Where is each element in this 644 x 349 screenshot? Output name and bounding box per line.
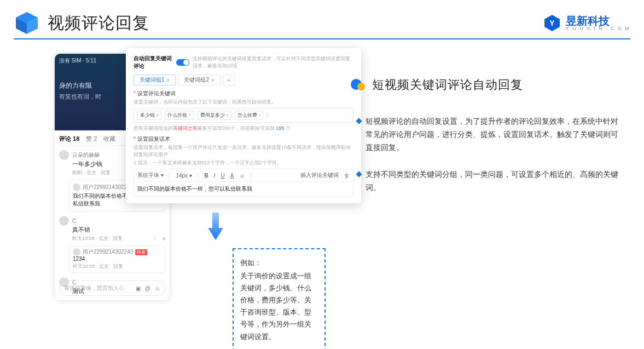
reply-user-id: 用户2299214302243 (83, 248, 133, 256)
keywords-input[interactable]: 多少钱× 什么价格× 费用是多少× 怎么收费× | (134, 108, 353, 123)
field-label-keywords: 设置评论关键词 (134, 90, 353, 98)
emoji-icon[interactable]: ☺ (155, 285, 160, 291)
reply-editor[interactable]: 我们不同的版本价格不一样，您可以私信联系我 (134, 182, 353, 197)
page-header: 视频评论回复 Y 昱新科技 Y U U X I N . C O M (14, 11, 630, 35)
example-body: 关于询价的设置成一组关键词，多少钱、什么价格，费用多少等。关于咨询班型、版本、型… (240, 270, 318, 343)
bullet-item: 支持不同类型的关键词分组，同一类问题，可设置多个相近的、高频的关键词。 (357, 168, 622, 194)
section-heading: 短视频关键词评论自动回复 (350, 77, 523, 93)
chat-bubble-icon (350, 77, 365, 93)
comment-item: C 真不错 昨天10:08 · 北京 回复 ♡♥ 用户2299214302243… (59, 216, 165, 273)
avatar (73, 184, 80, 191)
size-select[interactable]: 14px ▾ (176, 173, 192, 179)
panel-desc: 支持根据评论的关键词设置回复话术，可以针对不同类型关键词设置回复话术，最多添加1… (193, 55, 353, 70)
comment-body: 真不错 (72, 226, 165, 234)
comment-input-bar[interactable]: 善语结善缘，恶言伤人心 ▣ @ ☺ (59, 281, 165, 296)
header-divider (14, 38, 630, 39)
keyword-group-tab-1[interactable]: 关键词组1× (134, 75, 176, 85)
panel-title: 自动回复关键词评论 (134, 55, 173, 70)
screenshot-composite: 没有 SIM · 5:11 身的力有限 有笑也有泪，时 评论 18 赞 2 收藏… (55, 54, 334, 310)
comment-meta: 昨天10:08 · 北京 (72, 235, 108, 242)
field-hint-reply-2: 1 提示：一个富文本框最多支持512个字符，一个汉字占用2个字符。 (134, 159, 353, 167)
avatar (59, 216, 69, 226)
reply-link[interactable]: 回复 (113, 263, 123, 270)
like-icon[interactable]: ♡ (153, 236, 157, 242)
diamond-icon (356, 118, 362, 124)
image-icon[interactable]: ▣ (136, 285, 141, 291)
page-title: 视频评论回复 (48, 12, 149, 35)
comment-meta: 刚刚 · 北京 (72, 169, 96, 176)
svg-text:Y: Y (549, 19, 555, 27)
insert-keyword-button[interactable]: 插入评论关键词 (300, 171, 339, 179)
field-label-reply: 设置回复话术 (134, 135, 353, 143)
reply-body: 1234 (73, 256, 161, 262)
avatar (59, 150, 69, 160)
italic-icon[interactable]: I (214, 173, 216, 179)
delete-icon[interactable]: 🗑 (344, 173, 350, 179)
add-group-tab[interactable]: + (223, 75, 235, 85)
comment-username: C (72, 218, 76, 224)
keyword-chip[interactable]: 什么价格× (165, 111, 194, 120)
bullet-text: 支持不同类型的关键词分组，同一类问题，可设置多个相近的、高频的关键词。 (365, 168, 622, 194)
dislike-icon[interactable]: ♥ (163, 236, 165, 242)
keyword-group-tab-2[interactable]: 关键词组2× (178, 75, 220, 85)
brand-domain: Y U U X I N . C O M (566, 26, 630, 31)
author-badge: 作者 (135, 249, 147, 255)
keyword-settings-panel: 自动回复关键词评论 支持根据评论的关键词设置回复话术，可以针对不同类型关键词设置… (126, 48, 361, 203)
avatar (73, 248, 80, 256)
brand-hex-icon: Y (543, 14, 561, 32)
keyword-chip[interactable]: 多少钱× (137, 111, 161, 120)
reply-link[interactable]: 回复 (113, 235, 123, 242)
bullet-text: 短视频评论的自动回复设置，为了提升作者的评论回复效率，在系统中针对常见的评论用户… (365, 115, 622, 154)
auto-reply-bubble: 用户2299214302243 作者 1234 昨天10:08 · 北京 回复 (69, 245, 165, 273)
comment-meta: 昨天10:08 · 北京 (73, 263, 109, 270)
enable-toggle[interactable] (176, 59, 189, 66)
header-left: 视频评论回复 (14, 11, 149, 35)
font-select[interactable]: 系统字体 ▾ (137, 171, 164, 179)
bullet-item: 短视频评论的自动回复设置，为了提升作者的评论回复效率，在系统中针对常见的评论用户… (357, 115, 622, 154)
reply-link[interactable]: 回复 (101, 169, 111, 176)
at-icon[interactable]: @ (145, 285, 150, 291)
example-callout: 例如： 关于询价的设置成一组关键词，多少钱、什么价格，费用多少等。关于咨询班型、… (233, 248, 326, 349)
tab-likes[interactable]: 赞 2 (86, 135, 97, 143)
cube-icon (14, 11, 40, 35)
field-hint-reply: 设置回复话术，每回复一个用户评论只发送一条话术。最多支持设置10条不同话术，按添… (134, 144, 353, 158)
tab-comments[interactable]: 评论 18 (59, 135, 79, 143)
brand-logo: Y 昱新科技 Y U U X I N . C O M (543, 14, 630, 32)
tab-fav[interactable]: 收藏 (103, 135, 115, 143)
bullets-list: 短视频评论的自动回复设置，为了提升作者的评论回复效率，在系统中针对常见的评论用户… (357, 115, 622, 194)
comment-input-placeholder: 善语结善缘，恶言伤人心 (64, 284, 131, 292)
bold-icon[interactable]: B (204, 173, 208, 179)
diamond-icon (356, 171, 362, 178)
svg-point-6 (357, 83, 365, 90)
editor-toolbar: 系统字体 ▾ | 14px ▾ | B I U A ☺ | 插入评论关键词 🗑 (134, 169, 353, 182)
section-title: 短视频关键词评论自动回复 (372, 77, 523, 93)
keyword-chip[interactable]: 费用是多少× (198, 111, 231, 120)
comment-username: 云朵的赫赫 (72, 151, 100, 159)
field-hint-keywords: 设置关键词，当评论内容包含了以下关键词，则系统可自动回复。 (134, 99, 353, 106)
keyword-chip[interactable]: 怎么收费× (235, 111, 264, 120)
underline-icon[interactable]: U (221, 173, 224, 179)
color-icon[interactable]: A (230, 173, 234, 179)
emoji-picker-icon[interactable]: ☺ (239, 173, 245, 179)
arrow-icon (208, 213, 223, 240)
brand-name: 昱新科技 (566, 15, 630, 26)
example-title: 例如： (240, 257, 318, 269)
keyword-limit-hint: 所有关键词组含的关键词之和最多可添加200个，目前剩余可添加 195 个 (134, 125, 353, 132)
